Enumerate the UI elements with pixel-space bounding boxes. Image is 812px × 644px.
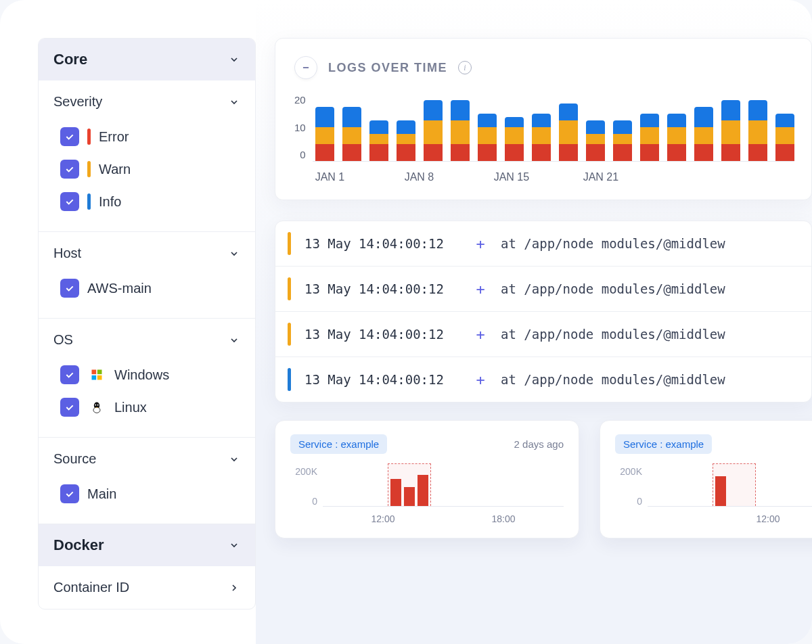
chart-bar[interactable] [397, 120, 415, 161]
chart-bar[interactable] [478, 114, 497, 161]
checkbox-checked-icon[interactable] [60, 484, 79, 503]
log-row[interactable]: 13 May 14:04:00:12+at /app/node_modules/… [275, 312, 811, 357]
chart-bar[interactable] [369, 120, 388, 161]
filter-item-linux[interactable]: Linux [60, 391, 240, 423]
log-timestamp: 13 May 14:04:00:12 [304, 236, 460, 251]
service-mini-card[interactable]: Service : example2 days ago200K012:0018:… [275, 420, 579, 538]
checkbox-checked-icon[interactable] [60, 160, 79, 179]
mini-chart-selection [713, 463, 756, 506]
log-severity-indicator [288, 368, 291, 391]
filter-section-host[interactable]: Host [53, 246, 240, 261]
chevron-down-icon [228, 53, 240, 66]
chart-bar[interactable] [640, 114, 659, 161]
chart-bar[interactable] [559, 104, 578, 161]
expand-icon[interactable]: + [474, 371, 487, 388]
checkbox-checked-icon[interactable] [60, 279, 79, 298]
chart-title: LOGS OVER TIME [328, 61, 447, 75]
expand-icon[interactable]: + [474, 281, 487, 298]
log-severity-indicator [288, 323, 291, 346]
chart-bar[interactable] [424, 100, 443, 161]
log-severity-indicator [288, 277, 291, 300]
checkbox-checked-icon[interactable] [60, 365, 79, 384]
chart-bar[interactable] [586, 120, 605, 161]
service-pill[interactable]: Service : example [290, 434, 387, 454]
filter-group-core[interactable]: Core [39, 39, 255, 80]
chevron-right-icon [228, 582, 240, 594]
svg-point-6 [95, 405, 97, 406]
severity-color-info [87, 193, 91, 210]
mini-card-row: Service : example2 days ago200K012:0018:… [275, 420, 812, 538]
chart-bar[interactable] [667, 114, 686, 161]
log-timestamp: 13 May 14:04:00:12 [304, 281, 460, 296]
filter-group-docker[interactable]: Docker [39, 524, 255, 566]
info-icon[interactable]: i [458, 61, 472, 74]
chevron-down-icon [228, 96, 240, 108]
mini-chart-bars [648, 466, 812, 507]
log-row[interactable]: 13 May 14:04:00:12+at /app/node_modules/… [275, 267, 811, 312]
log-timestamp: 13 May 14:04:00:12 [304, 327, 460, 342]
chart-y-axis: 20 10 0 [294, 94, 306, 162]
log-message: at /app/node_modules/@middlew [501, 327, 725, 342]
mini-y-axis: 200K0 [290, 466, 317, 507]
mini-x-axis: 12:00 [648, 513, 812, 524]
filter-group-title: Core [53, 51, 87, 68]
chart-bar[interactable] [532, 114, 551, 161]
mini-x-axis: 12:0018:00 [323, 513, 564, 524]
filter-section-source[interactable]: Source [53, 451, 240, 467]
svg-rect-2 [92, 375, 97, 380]
chevron-down-icon [228, 539, 240, 551]
expand-icon[interactable]: + [474, 235, 487, 252]
logs-over-time-card: LOGS OVER TIME i 20 10 0 JAN 1 JAN 8 JAN… [275, 38, 812, 200]
chart-x-axis: JAN 1 JAN 8 JAN 15 JAN 21 [313, 171, 794, 183]
mini-chart-selection [388, 463, 431, 506]
severity-color-error [87, 129, 91, 145]
checkbox-checked-icon[interactable] [60, 192, 79, 211]
filter-item-windows[interactable]: Windows [60, 359, 240, 391]
checkbox-checked-icon[interactable] [60, 127, 79, 146]
service-mini-card[interactable]: Service : example200K012:00 [600, 420, 812, 538]
svg-point-5 [93, 407, 100, 413]
filter-group-title: Docker [53, 536, 104, 554]
filter-section-os[interactable]: OS [53, 332, 240, 348]
log-timestamp: 13 May 14:04:00:12 [304, 372, 460, 387]
chart-bar[interactable] [315, 107, 334, 161]
chart-bar[interactable] [748, 100, 767, 161]
filter-item-info[interactable]: Info [60, 185, 240, 218]
svg-rect-1 [97, 370, 102, 375]
main-content: LOGS OVER TIME i 20 10 0 JAN 1 JAN 8 JAN… [256, 0, 812, 644]
collapse-button[interactable] [294, 56, 317, 79]
chart-bar[interactable] [775, 114, 794, 161]
chart-bar[interactable] [451, 100, 470, 161]
service-pill[interactable]: Service : example [615, 434, 712, 454]
log-severity-indicator [288, 232, 291, 255]
filter-item-main[interactable]: Main [60, 478, 240, 510]
log-list: 13 May 14:04:00:12+at /app/node_modules/… [275, 221, 812, 402]
expand-icon[interactable]: + [474, 326, 487, 343]
chevron-down-icon [228, 334, 240, 346]
chart-bar[interactable] [721, 100, 740, 161]
chevron-down-icon [228, 453, 240, 465]
chart-bar[interactable] [694, 107, 713, 161]
chart-bars [313, 94, 794, 162]
chevron-down-icon [228, 248, 240, 260]
chart-bar[interactable] [613, 120, 632, 161]
log-message: at /app/node_modules/@middlew [501, 281, 725, 296]
severity-color-warn [87, 161, 91, 177]
log-row[interactable]: 13 May 14:04:00:12+at /app/node_modules/… [275, 357, 811, 402]
filter-sidebar: Core Severity Error [0, 0, 256, 644]
mini-chart-bars [323, 466, 564, 507]
filter-section-container-id[interactable]: Container ID [53, 580, 240, 595]
chart-bar[interactable] [342, 107, 361, 161]
mini-y-axis: 200K0 [615, 466, 642, 507]
filter-item-warn[interactable]: Warn [60, 153, 240, 185]
filter-item-aws-main[interactable]: AWS-main [60, 272, 240, 304]
filter-item-error[interactable]: Error [60, 120, 240, 153]
svg-rect-3 [97, 375, 102, 380]
log-message: at /app/node_modules/@middlew [501, 372, 725, 387]
svg-rect-0 [92, 370, 97, 375]
log-row[interactable]: 13 May 14:04:00:12+at /app/node_modules/… [275, 221, 811, 267]
checkbox-checked-icon[interactable] [60, 398, 79, 417]
filter-section-severity[interactable]: Severity [53, 94, 240, 110]
chart-bar[interactable] [505, 117, 524, 161]
linux-icon [87, 398, 106, 417]
